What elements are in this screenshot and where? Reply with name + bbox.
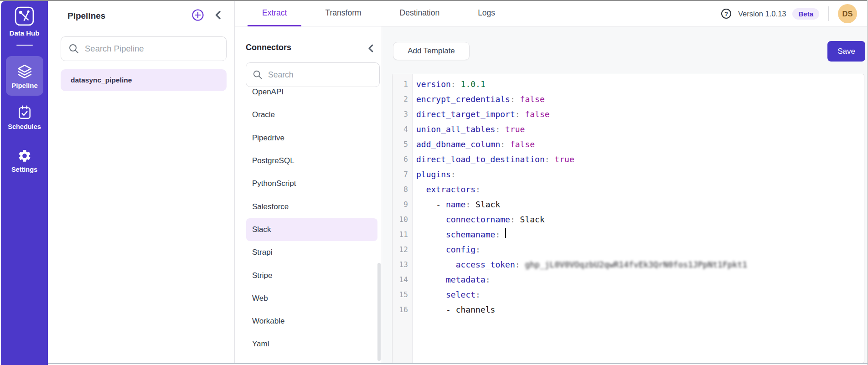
line-number: 9	[393, 197, 412, 212]
code-token: :	[515, 260, 520, 269]
connector-item-slack[interactable]: Slack	[246, 218, 377, 241]
code-line-1[interactable]: version: 1.0.1	[416, 77, 864, 92]
code-token: true	[550, 154, 574, 164]
connector-item-strapi[interactable]: Strapi	[246, 241, 377, 264]
connector-item-openapi[interactable]: OpenAPI	[246, 87, 377, 103]
code-line-9[interactable]: - name: Slack	[416, 197, 864, 212]
line-number: 8	[393, 182, 412, 197]
code-token: :	[451, 79, 456, 89]
code-line-8[interactable]: extractors:	[416, 182, 864, 197]
code-token: access_token	[456, 260, 515, 269]
line-number: 6	[393, 152, 412, 167]
gear-icon	[17, 149, 32, 163]
yaml-code-editor[interactable]: 12345678910111213141516 version: 1.0.1en…	[392, 74, 864, 363]
sidebar-item-schedules[interactable]: Schedules	[1, 105, 48, 130]
code-line-4[interactable]: union_all_tables: true	[416, 122, 864, 137]
code-line-6[interactable]: direct_load_to_destination: true	[416, 152, 864, 167]
code-area[interactable]: version: 1.0.1encrypt_credentials: false…	[413, 74, 864, 363]
code-token: name	[446, 200, 465, 209]
tab-transform[interactable]: Transform	[310, 1, 376, 26]
code-line-3[interactable]: direct_target_import: false	[416, 107, 864, 122]
code-token	[416, 245, 446, 254]
code-line-16[interactable]: - channels	[416, 302, 864, 317]
code-line-13[interactable]: access_token: ghp_jL0V0VOqzbU2qwR14fvEk3…	[416, 257, 864, 272]
calendar-check-icon	[17, 105, 32, 120]
code-token: :	[545, 154, 550, 164]
code-token: direct_target_import	[416, 109, 515, 119]
code-token: :	[495, 124, 500, 134]
save-button[interactable]: Save	[827, 41, 865, 62]
help-icon[interactable]: ?	[721, 8, 732, 19]
code-line-7[interactable]: plugins:	[416, 167, 864, 182]
beta-badge: Beta	[792, 8, 819, 20]
code-token: :	[475, 185, 480, 194]
connector-item-label: Oracle	[252, 110, 275, 119]
text-cursor	[505, 228, 506, 238]
code-line-5[interactable]: add_dbname_column: false	[416, 137, 864, 152]
pipeline-name: datasync_pipeline	[71, 76, 132, 84]
code-token	[416, 275, 446, 284]
tab-destination[interactable]: Destination	[385, 1, 455, 26]
connector-item-label: PostgreSQL	[252, 156, 294, 165]
code-line-2[interactable]: encrypt_credentials: false	[416, 92, 864, 107]
line-number: 5	[393, 137, 412, 152]
pipeline-search-input[interactable]	[85, 44, 219, 54]
tab-logs[interactable]: Logs	[463, 1, 510, 26]
code-token: connectorname	[446, 215, 510, 224]
connector-item-web[interactable]: Web	[246, 287, 377, 310]
connector-list-scrollbar[interactable]	[377, 263, 381, 361]
code-token: :	[495, 230, 500, 239]
code-token: :	[486, 275, 491, 284]
code-token: true	[500, 124, 525, 134]
connectors-panel-title: Connectors	[246, 43, 291, 52]
connector-search-box	[246, 62, 380, 87]
code-line-15[interactable]: select:	[416, 287, 864, 302]
sidebar-item-settings[interactable]: Settings	[1, 149, 48, 173]
app-sidebar: Data Hub Pipeline Schedules Settings	[1, 1, 48, 365]
connector-item-salesforce[interactable]: Salesforce	[246, 195, 377, 218]
connector-item-oracle[interactable]: Oracle	[246, 103, 377, 126]
code-line-11[interactable]: schemaname:	[416, 227, 864, 242]
sidebar-item-label: Pipeline	[6, 82, 43, 89]
add-template-button[interactable]: Add Template	[393, 42, 470, 60]
pipeline-list-item[interactable]: datasync_pipeline	[61, 69, 227, 91]
code-line-12[interactable]: config:	[416, 242, 864, 257]
add-pipeline-button[interactable]	[191, 9, 204, 21]
data-hub-logo-icon	[14, 6, 35, 26]
layers-icon	[16, 63, 33, 80]
code-token	[416, 260, 456, 269]
code-token: :	[510, 215, 515, 224]
connector-item-pipedrive[interactable]: Pipedrive	[246, 127, 377, 149]
window-frame-bottom	[48, 363, 868, 364]
code-token: version	[416, 79, 451, 89]
connector-search-input[interactable]	[268, 70, 373, 80]
line-number: 15	[393, 287, 412, 302]
line-number: 11	[393, 227, 412, 242]
code-token: - channels	[416, 305, 495, 314]
code-line-10[interactable]: connectorname: Slack	[416, 212, 864, 227]
code-token: :	[465, 200, 470, 209]
line-number: 7	[393, 167, 412, 182]
code-token: union_all_tables	[416, 124, 495, 134]
code-token: :	[475, 290, 480, 299]
top-bar-right: ? Version 1.0.13 Beta DS	[721, 1, 857, 26]
connector-item-stripe[interactable]: Stripe	[246, 264, 377, 287]
connector-item-postgresql[interactable]: PostgreSQL	[246, 149, 377, 172]
sidebar-item-pipeline[interactable]: Pipeline	[6, 56, 43, 96]
connector-item-pythonscript[interactable]: PythonScript	[246, 172, 377, 195]
code-token: select	[446, 290, 475, 299]
connector-item-yaml[interactable]: Yaml	[246, 333, 377, 355]
code-token: :	[451, 170, 456, 179]
code-token: :	[500, 139, 505, 149]
tab-extract[interactable]: Extract	[248, 1, 301, 26]
line-number: 12	[393, 242, 412, 257]
sidebar-divider	[16, 45, 33, 46]
collapse-connectors-chevron-icon[interactable]	[366, 43, 376, 53]
connector-item-label: Slack	[252, 225, 271, 234]
connector-item-workable[interactable]: Workable	[246, 310, 377, 333]
code-token	[520, 260, 525, 269]
code-token	[500, 230, 505, 239]
collapse-pipelines-chevron-icon[interactable]	[213, 10, 224, 21]
user-avatar[interactable]: DS	[838, 4, 857, 23]
code-line-14[interactable]: metadata:	[416, 272, 864, 287]
